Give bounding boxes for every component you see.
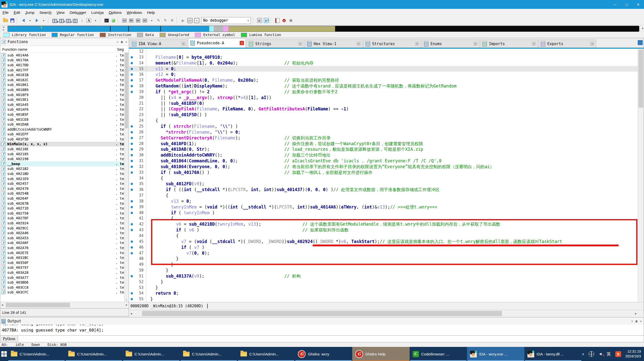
python-input[interactable] [18,335,644,342]
pseudocode-line-36[interactable]: 36 if ( ((int (__stdcall *)(LPCSTR, int,… [129,187,644,193]
navband-end-arrow[interactable]: ▸ [642,27,643,29]
navband-scroll-arrows[interactable]: ◂▸ [1,25,6,32]
taskbar-app-ida-twnry-dll-[interactable]: IDA - twnry.dll ... [524,347,582,361]
tab-imports[interactable]: Imports✕ [480,40,538,48]
python-button[interactable]: Python [0,335,18,342]
pseudocode-line-12[interactable]: 12 [129,49,644,54]
function-list-item[interactable]: fsub_4021B2. te [0,166,129,171]
function-list-item[interactable]: fsub_4019E1. te [0,97,129,102]
menu-options[interactable]: Options [106,10,124,15]
function-list-item[interactable]: fsub_403CC8. te [0,285,129,290]
function-list-item[interactable]: fsub_402924. te [0,221,129,226]
function-list-item[interactable]: fsub_401B5F. te [0,112,129,117]
tab-list-button[interactable] [638,40,643,45]
pseudocode-horizontal-scrollbar[interactable]: ◂ ▸ [129,310,644,317]
function-list-item[interactable]: fsub_4021E9. te [0,176,129,181]
quick-pseudocode-active-button[interactable]: c [263,17,270,24]
menu-edit[interactable]: Edit [11,10,23,15]
pseudocode-line-28[interactable]: 28 sub_4010FD(1); // 操作注册表，尝试创建一个WanaCry… [129,141,644,147]
pseudocode-line-52[interactable]: 52 } [129,279,644,285]
pseudocode-line-21[interactable]: 21 || !sub_401B5F(0) [129,101,644,106]
pseudocode-line-39[interactable]: 39 twnryInMem = (void *)((int (__stdcall… [129,204,644,210]
pseudocode-line-53[interactable]: 53 } [129,285,644,291]
function-list-item[interactable]: fsub_402470. te [0,186,129,191]
names-dropdown[interactable]: ▾ [92,17,99,24]
maximize-button[interactable]: □ [621,0,632,9]
back-history-dropdown[interactable]: ▾ [27,17,33,24]
function-list-item[interactable]: fsub_4018F9. te [0,92,129,97]
tray-chevron-icon[interactable]: ∧ [582,352,584,356]
network-icon[interactable] [589,351,594,357]
output-restore-icon[interactable]: ▫ [631,319,633,323]
tab-exports[interactable]: Exports✕ [539,40,596,48]
pseudocode-line-22[interactable]: 22 || (CopyFileA(Filename, FileName, 0),… [129,106,644,112]
ida-view-button[interactable] [103,17,110,24]
breakpoint-add-button[interactable]: + [281,17,288,24]
search-binary-button[interactable]: # [51,17,58,24]
sogou-icon[interactable]: S [615,351,621,357]
output-panel-body[interactable]: 4077BA: using guessed type char var_60[4… [0,325,644,335]
function-list-item[interactable]: fWinMain(x, x, x, x). te [0,142,129,147]
function-list-item[interactable]: fsub_4017FF. te [0,68,129,73]
debugger-stop-button[interactable]: ■ [193,17,200,24]
pseudocode-line-17[interactable]: 17 GetModuleFileNameA(0, Filename, 0x208… [129,77,644,83]
close-button[interactable]: ✕ [632,0,644,9]
search-text-button[interactable]: T [58,17,65,24]
tab-close-icon[interactable]: ✕ [532,42,536,46]
menu-search[interactable]: Search [37,10,54,15]
function-list-item[interactable]: fsub_402A76. te [0,245,129,250]
debugger-pause-button[interactable]: ❚❚ [187,17,193,24]
scroll-right-arrow[interactable]: ▸ [126,303,127,307]
scroll-left-arrow[interactable]: ◂ [2,303,3,307]
make-array-button[interactable]: a+ [135,17,141,24]
function-list-item[interactable]: fsub_403A77. te [0,275,129,280]
pseudocode-line-51[interactable]: 51 sub_40137A(v9); // 析构 [129,273,644,279]
functions-restore-icon[interactable]: ▫ [117,40,118,44]
menu-help[interactable]: Help [145,10,157,15]
pseudocode-view[interactable]: 1213 Filename[0] = byte_40F910;14 memset… [129,49,644,302]
function-list-item[interactable]: fsub_401AF6. te [0,107,129,112]
make-data-button[interactable]: d+ [128,17,135,24]
pseudocode-line-31[interactable]: 31 sub_401064(CommandLine, 0, 0); // aIc… [129,158,644,164]
tab-enums[interactable]: Enums✕ [422,40,479,48]
tab-strings[interactable]: Strings✕ [246,40,304,48]
make-code-button[interactable]: c+ [121,17,128,24]
column-header-seg[interactable]: Seg [116,47,125,51]
back-button[interactable] [20,17,27,24]
function-list-item[interactable]: fsub_402A46. te [0,230,129,235]
function-list-item[interactable]: fsub_402A53. te [0,235,129,240]
pseudocode-line-14[interactable]: 14 memset(&Filename[1], 0, 0x204u); // 初… [129,60,644,66]
function-list-item[interactable]: fsub_402A6F. te [0,240,129,246]
pseudocode-line-24[interactable]: 24 { [129,118,644,124]
pseudocode-line-38[interactable]: 38 v13 = 0; [129,198,644,204]
function-list-item[interactable]: fsub_40216E. te [0,146,129,152]
function-list-item[interactable]: f__beep. te [0,161,129,166]
function-list-item[interactable]: fsub_40264F. te [0,196,129,201]
tab-hex-view-1[interactable]: Hex View-1✕ [305,40,363,48]
volume-muted-icon[interactable]: ◄✕ [598,352,602,356]
pseudocode-line-33[interactable]: 33 if ( sub_40170A() ) // 加载了一堆DLL，全部都是对… [129,170,644,175]
tab-close-icon[interactable]: ✕ [298,42,302,46]
menu-jump[interactable]: Jump [23,10,37,15]
taskbar-app-codebrowser-[interactable]: CCodeBrowser: ... [410,347,467,361]
pseudocode-line-20[interactable]: 20 || (v4 = _p___argv(), strcmp((*v4)[1]… [129,95,644,101]
save-button[interactable] [9,17,16,24]
function-list-item[interactable]: fsub_401DAB. te [0,122,129,127]
output-close-icon[interactable]: ✕ [640,319,642,323]
taskbar-app-ghidra-help[interactable]: GGhidra Help [352,347,410,361]
menu-lumina[interactable]: Lumina [89,10,106,15]
function-list-item[interactable]: fsub_401A45. te [0,102,129,107]
scrollbar-down-arrow[interactable]: ▾ [124,298,129,301]
taskbar-app-c-users-admin-[interactable]: C:\Users\Admin... [8,347,65,361]
pseudocode-line-16[interactable]: 16 v12 = 0; [129,72,644,77]
menu-file[interactable]: File [0,10,11,15]
function-list-item[interactable]: fsub_40182C. te [0,77,129,82]
function-list-item[interactable]: fsub_402185. te [0,152,129,157]
pseudocode-line-19[interactable]: 19 if ( *get_argc() != 2 // 如果命令行参数不等于2 [129,89,644,95]
function-list-item[interactable]: fsub_40170A. te [0,58,129,63]
function-list-item[interactable]: fsub_402198. te [0,156,129,161]
minimize-button[interactable]: ─ [609,0,621,9]
tab-close-icon[interactable]: ✕ [356,42,361,46]
make-string-button[interactable]: s+ [141,17,148,24]
edit-function-button[interactable]: ✎ [162,17,169,24]
